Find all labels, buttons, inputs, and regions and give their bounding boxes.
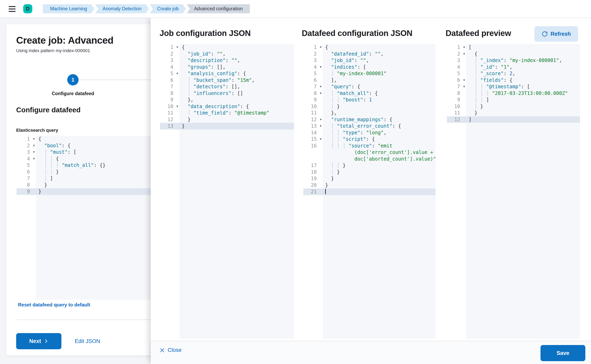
line-number: 14 — [303, 130, 323, 136]
line-number: 8▾ — [303, 90, 323, 97]
fold-toggle-icon[interactable]: ▾ — [33, 155, 35, 162]
index-pattern-subtitle: Using index pattern my-index-000001 — [16, 48, 90, 53]
code-line: 10 │ } — [303, 103, 435, 110]
fold-toggle-icon[interactable]: ▾ — [33, 149, 35, 155]
code-text: } — [36, 182, 158, 188]
line-number: 3 — [447, 57, 466, 64]
close-button[interactable]: Close — [160, 347, 182, 353]
code-text: │ │ "type": "long", — [323, 130, 435, 136]
line-number: 13 — [160, 123, 179, 130]
line-number: 9 — [17, 188, 36, 195]
fold-toggle-icon[interactable]: ▾ — [463, 51, 465, 57]
step-1-indicator[interactable]: 1 — [67, 74, 78, 85]
code-text: │ │ "boost": 1 — [323, 97, 435, 103]
step-1-label: Configure datafeed — [43, 91, 103, 96]
code-text: }, — [179, 97, 294, 103]
code-text: │ │ } — [323, 162, 435, 169]
breadcrumb: Machine Learning Anomaly Detection Creat… — [43, 4, 250, 13]
page: D Machine Learning Anomaly Detection Cre… — [0, 0, 591, 364]
code-line: 3 "description": "", — [160, 57, 294, 64]
fold-toggle-icon[interactable]: ▾ — [33, 142, 35, 149]
code-line: 12▾ "runtime_mappings": { — [303, 116, 435, 123]
datafeed-preview-editor[interactable]: 1▾[2▾ {3 │ "_index": "my-index-000001",4… — [447, 44, 580, 339]
code-text: │ "_id": "1", — [466, 64, 580, 71]
line-number: 7 — [160, 84, 179, 90]
code-text: } — [179, 123, 294, 130]
job-configuration-editor[interactable]: 1▾{2 "job_id": "",3 "description": "",4 … — [160, 44, 294, 339]
fold-toggle-icon[interactable]: ▾ — [33, 136, 35, 142]
line-number: 10 — [447, 103, 466, 110]
fold-toggle-icon[interactable]: ▾ — [176, 70, 178, 77]
code-line: 17 │ │ } — [303, 162, 435, 169]
code-text: │ │ "@timestamp": [ — [466, 84, 580, 90]
breadcrumb-machine-learning[interactable]: Machine Learning — [43, 4, 94, 13]
code-line: 9} — [17, 188, 158, 195]
fold-toggle-icon[interactable]: ▾ — [176, 103, 178, 110]
fold-toggle-icon[interactable]: ▾ — [320, 64, 322, 70]
code-text: ], — [323, 77, 435, 84]
line-number: 2▾ — [447, 51, 466, 57]
line-number: 9 — [447, 97, 466, 103]
code-text: } — [179, 116, 294, 123]
code-line: 2 "job_id": "", — [160, 51, 294, 57]
fold-toggle-icon[interactable]: ▾ — [463, 83, 465, 90]
code-text: doc['aborted_count'].value)" — [323, 156, 435, 162]
refresh-button[interactable]: Refresh — [534, 26, 578, 42]
edit-json-button[interactable]: Edit JSON — [75, 338, 100, 344]
code-text: "runtime_mappings": { — [323, 116, 435, 123]
fold-toggle-icon[interactable]: ▾ — [320, 116, 322, 123]
fold-toggle-icon[interactable]: ▾ — [320, 90, 322, 97]
code-text: │ "_score": 2, — [466, 70, 580, 77]
chevron-right-icon — [44, 339, 48, 343]
code-line: 7▾ "query": { — [303, 84, 435, 90]
top-navigation-bar: D Machine Learning Anomaly Detection Cre… — [0, 0, 591, 18]
line-number: 1▾ — [303, 44, 323, 51]
line-number: 19 — [303, 175, 323, 182]
code-text: │ ] — [36, 175, 158, 182]
fold-toggle-icon[interactable]: ▾ — [320, 44, 322, 51]
line-number: 3▾ — [17, 149, 36, 156]
save-button[interactable]: Save — [540, 345, 585, 361]
code-line: 8▾ │ "match_all": { — [303, 90, 435, 97]
space-avatar[interactable]: D — [23, 4, 32, 13]
fold-toggle-icon[interactable]: ▾ — [320, 83, 322, 90]
code-line: 14 │ │ "type": "long", — [303, 130, 435, 136]
datafeed-configuration-editor[interactable]: 1▾{2 "datafeed_id": "",3 "job_id": "",4▾… — [303, 44, 435, 339]
code-text: } — [36, 188, 158, 195]
line-number — [303, 156, 323, 162]
menu-icon[interactable] — [9, 6, 16, 12]
code-text: "data_description": { — [179, 103, 294, 110]
edit-json-flyout: Job configuration JSON Datafeed configur… — [151, 18, 591, 364]
code-text: │ "influencers": [] — [179, 90, 294, 97]
datafeed-configuration-heading: Datafeed configuration JSON — [302, 29, 412, 38]
line-number: 11 — [447, 110, 466, 116]
fold-toggle-icon[interactable]: ▾ — [320, 136, 322, 143]
fold-toggle-icon[interactable]: ▾ — [176, 44, 178, 51]
code-line: 16 │ │ │ "source": "emit — [303, 143, 435, 149]
breadcrumb-anomaly-detection[interactable]: Anomaly Detection — [95, 4, 149, 13]
code-line: 6 │ │ } — [17, 169, 158, 175]
breadcrumb-create-job[interactable]: Create job — [150, 4, 186, 13]
reset-datafeed-query-link[interactable]: Reset datafeed query to default — [18, 302, 90, 308]
breadcrumb-current-page: Advanced configuration — [187, 4, 250, 13]
fold-toggle-icon[interactable]: ▾ — [463, 77, 465, 84]
fold-toggle-icon[interactable]: ▾ — [320, 123, 322, 129]
code-text: │ } — [323, 169, 435, 176]
line-number: 10 — [303, 103, 323, 110]
elasticsearch-query-editor[interactable]: 1▾{2▾ "bool": {3▾ │ "must": [4▾ │ │ {5 │… — [17, 136, 158, 300]
fold-toggle-icon[interactable]: ▾ — [463, 44, 465, 51]
code-text: "indices": [ — [323, 64, 435, 71]
code-line: 4▾ │ │ { — [17, 156, 158, 162]
code-line: 10 │ } — [447, 103, 580, 110]
code-line: 4▾ "indices": [ — [303, 64, 435, 71]
line-number: 12 — [160, 116, 179, 123]
code-text: "job_id": "", — [323, 57, 435, 64]
code-text: }, — [323, 110, 435, 116]
code-line: 9 }, — [160, 97, 294, 103]
code-line: 6▾ │ "fields": { — [447, 77, 580, 84]
line-number: 7▾ — [447, 84, 466, 90]
code-text: { — [323, 44, 435, 51]
next-button[interactable]: Next — [16, 333, 61, 349]
code-line: 3 │ "_index": "my-index-000001", — [447, 57, 580, 64]
code-text: │ │ } — [36, 169, 158, 175]
